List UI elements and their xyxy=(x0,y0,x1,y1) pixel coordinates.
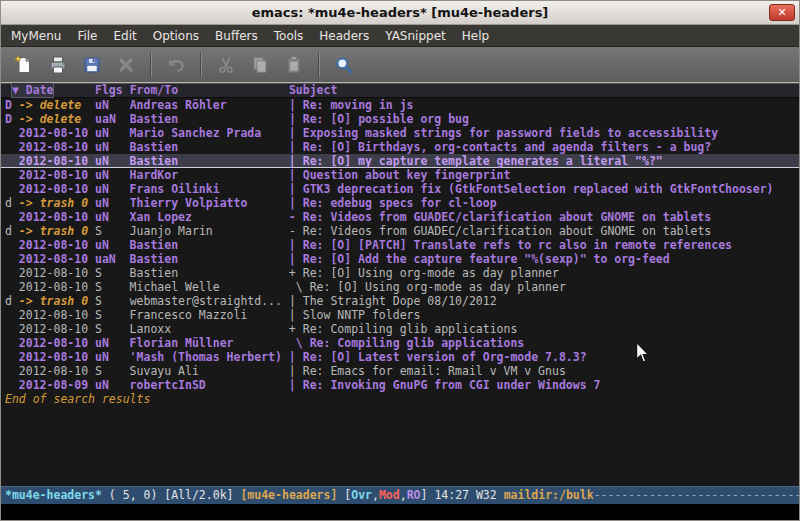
menu-item-help[interactable]: Help xyxy=(454,27,497,45)
email-row[interactable]: 2012-08-10 uN HardKor | Question about k… xyxy=(1,168,799,182)
row-segment: 2012-08-10 uN HardKor | Question about k… xyxy=(5,168,510,182)
modeline-segment: [ xyxy=(337,488,351,502)
row-segment: -> trash 0 xyxy=(19,224,88,238)
email-row[interactable]: d -> trash 0 S webmaster@straightd... | … xyxy=(1,294,799,308)
email-row[interactable]: 2012-08-10 uN 'Mash (Thomas Herbert) | R… xyxy=(1,350,799,364)
email-row[interactable]: 2012-08-10 uN Bastien | Re: [O] Birthday… xyxy=(1,140,799,154)
toolbar-separator xyxy=(318,53,320,77)
email-row[interactable]: 2012-08-10 S Michael Welle \ Re: [O] Usi… xyxy=(1,280,799,294)
email-row-current[interactable]: 2012-08-10 uN Bastien | Re: [O] my captu… xyxy=(1,154,799,168)
toolbar-copy-button[interactable] xyxy=(245,51,275,79)
titlebar[interactable]: emacs: *mu4e-headers* [mu4e-headers] ✕ xyxy=(1,1,799,25)
email-row[interactable]: D -> delete uN Andreas Röhler | Re: movi… xyxy=(1,98,799,112)
menu-item-mymenu[interactable]: MyMenu xyxy=(3,27,69,45)
email-row[interactable]: 2012-08-09 uN robertcInSD | Re: Invoking… xyxy=(1,378,799,392)
toolbar xyxy=(1,47,799,83)
modeline-segment: , xyxy=(400,488,407,502)
email-list: D -> delete uN Andreas Röhler | Re: movi… xyxy=(1,98,799,406)
menu-item-file[interactable]: File xyxy=(69,27,105,45)
toolbar-print-button[interactable] xyxy=(43,51,73,79)
modeline-segment: , xyxy=(372,488,379,502)
modeline-segment: 14:27 W32 xyxy=(434,488,503,502)
toolbar-cut-button[interactable] xyxy=(211,51,241,79)
menu-bar: MyMenuFileEditOptionsBuffersToolsHeaders… xyxy=(1,25,799,47)
row-segment: D xyxy=(5,112,19,126)
menu-item-yasnippet[interactable]: YASnippet xyxy=(377,27,454,45)
row-segment: -> delete xyxy=(19,112,88,126)
row-segment: 2012-08-10 S Suvayu Ali | Re: Emacs for … xyxy=(5,364,566,378)
row-segment: 2012-08-10 uN Bastien | Re: [O] [PATCH] … xyxy=(5,238,732,252)
row-segment: 2012-08-10 S Lanoxx + Re: Compiling glib… xyxy=(5,322,517,336)
window-close-button[interactable]: ✕ xyxy=(769,4,795,21)
row-segment: uN Andreas Röhler | Re: moving in js xyxy=(88,98,413,112)
row-segment: -> delete xyxy=(19,98,88,112)
toolbar-search-button[interactable] xyxy=(329,51,359,79)
modeline-segment: ----------------------------------------… xyxy=(594,488,799,502)
toolbar-save-button[interactable] xyxy=(77,51,107,79)
row-segment: 2012-08-10 uN Bastien | Re: [O] Birthday… xyxy=(5,140,711,154)
row-segment: 2012-08-10 uN Mario Sanchez Prada | Expo… xyxy=(5,126,718,140)
search-icon xyxy=(334,55,354,75)
row-segment: d xyxy=(5,294,19,308)
row-segment: 2012-08-10 S Bastien + Re: [O] Using org… xyxy=(5,266,559,280)
email-row[interactable]: d -> trash 0 uN Thierry Volpiatto | Re: … xyxy=(1,196,799,210)
email-row[interactable]: 2012-08-10 uN Xan Lopez - Re: Videos fro… xyxy=(1,210,799,224)
cut-icon xyxy=(216,55,236,75)
email-row[interactable]: 2012-08-10 S Suvayu Ali | Re: Emacs for … xyxy=(1,364,799,378)
toolbar-undo-button[interactable] xyxy=(161,51,191,79)
toolbar-separator xyxy=(150,53,152,77)
menu-item-options[interactable]: Options xyxy=(145,27,207,45)
row-segment: S Juanjo Marin - Re: Videos from GUADEC/… xyxy=(88,224,711,238)
email-row[interactable]: 2012-08-10 S Lanoxx + Re: Compiling glib… xyxy=(1,322,799,336)
emacs-window: emacs: *mu4e-headers* [mu4e-headers] ✕ M… xyxy=(0,0,800,521)
email-row[interactable]: 2012-08-10 uN Mario Sanchez Prada | Expo… xyxy=(1,126,799,140)
email-row[interactable]: 2012-08-10 S Francesco Mazzoli | Slow NN… xyxy=(1,308,799,322)
modeline-segment: maildir:/bulk xyxy=(504,488,594,502)
modeline-segment: RO xyxy=(407,488,421,502)
menu-item-tools[interactable]: Tools xyxy=(266,27,312,45)
email-row[interactable]: End of search results xyxy=(1,392,799,406)
toolbar-paste-button[interactable] xyxy=(279,51,309,79)
email-row[interactable]: d -> trash 0 S Juanjo Marin - Re: Videos… xyxy=(1,224,799,238)
toolbar-close-button[interactable] xyxy=(111,51,141,79)
mode-line[interactable]: *mu4e-headers* ( 5, 0) [All/2.0k] [mu4e-… xyxy=(1,486,799,504)
undo-icon xyxy=(166,55,186,75)
row-segment: d xyxy=(5,196,19,210)
email-row[interactable]: 2012-08-10 uN Bastien | Re: [O] [PATCH] … xyxy=(1,238,799,252)
modeline-segment: ] xyxy=(421,488,435,502)
close-icon xyxy=(116,55,136,75)
email-row[interactable]: D -> delete uaN Bastien | Re: [O] possib… xyxy=(1,112,799,126)
row-segment: d xyxy=(5,224,19,238)
modeline-segment: *mu4e-headers* xyxy=(5,488,102,502)
save-icon xyxy=(82,55,102,75)
row-segment: 2012-08-10 uN Frans Oilinki | GTK3 depre… xyxy=(5,182,774,196)
row-segment: uaN Bastien | Re: [O] possible org bug xyxy=(88,112,469,126)
row-segment: 2012-08-10 uN Bastien | Re: [O] my captu… xyxy=(5,154,663,168)
row-segment: 2012-08-10 uN Florian Müllner \ Re: Comp… xyxy=(5,336,524,350)
modeline-segment: Ovr xyxy=(351,488,372,502)
email-row[interactable]: 2012-08-10 uN Florian Müllner \ Re: Comp… xyxy=(1,336,799,350)
row-segment: 2012-08-10 S Francesco Mazzoli | Slow NN… xyxy=(5,308,420,322)
toolbar-new-file-button[interactable] xyxy=(9,51,39,79)
email-row[interactable]: 2012-08-10 S Bastien + Re: [O] Using org… xyxy=(1,266,799,280)
print-icon xyxy=(48,55,68,75)
menu-item-headers[interactable]: Headers xyxy=(311,27,377,45)
row-segment: 2012-08-10 S Michael Welle \ Re: [O] Usi… xyxy=(5,280,566,294)
copy-icon xyxy=(250,55,270,75)
row-segment: End of search results xyxy=(5,392,150,406)
row-segment: 2012-08-10 uN Xan Lopez - Re: Videos fro… xyxy=(5,210,711,224)
header-line[interactable]: ▼ Date Flgs From/To Subject xyxy=(1,83,799,98)
header-column-label: ▼ Date xyxy=(12,83,54,97)
window-title: emacs: *mu4e-headers* [mu4e-headers] xyxy=(1,5,799,20)
new-file-icon xyxy=(14,55,34,75)
header-column-label xyxy=(5,83,12,97)
buffer-area: ▼ Date Flgs From/To Subject D -> delete … xyxy=(1,83,799,486)
echo-area[interactable] xyxy=(1,504,799,520)
menu-item-edit[interactable]: Edit xyxy=(106,27,145,45)
email-row[interactable]: 2012-08-10 uN Frans Oilinki | GTK3 depre… xyxy=(1,182,799,196)
row-segment: 2012-08-10 uaN Bastien | Re: [O] Add the… xyxy=(5,252,670,266)
toolbar-separator xyxy=(200,53,202,77)
menu-item-buffers[interactable]: Buffers xyxy=(207,27,266,45)
email-row[interactable]: 2012-08-10 uaN Bastien | Re: [O] Add the… xyxy=(1,252,799,266)
row-segment: D xyxy=(5,98,19,112)
